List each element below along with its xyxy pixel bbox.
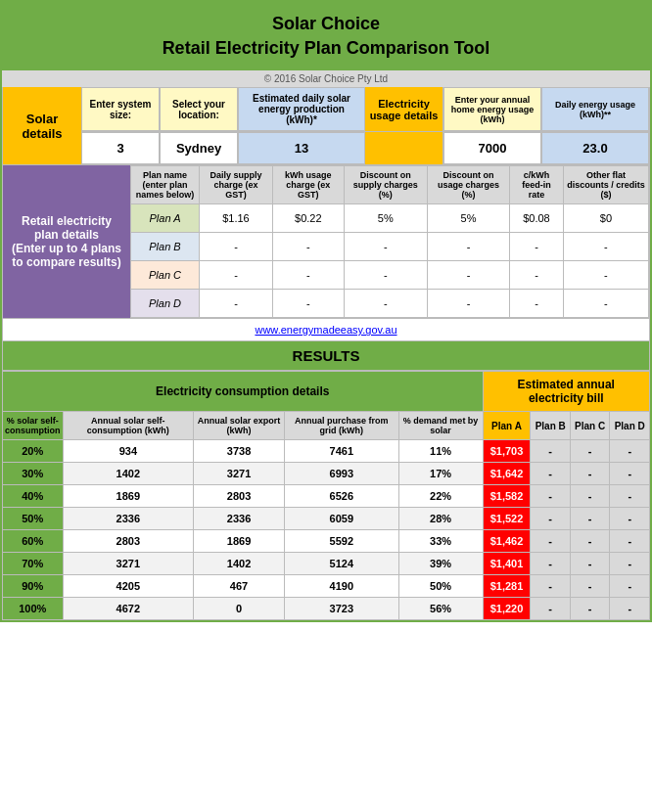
plan-3-discount_usage[interactable]: - (427, 290, 509, 318)
plan-name-1[interactable]: Plan B (131, 233, 200, 261)
result-plan_d: - (610, 530, 650, 553)
energy-link[interactable]: www.energymadeeasy.gov.au (255, 324, 396, 336)
result-pct: 90% (3, 575, 64, 598)
result-plan_c: - (570, 530, 609, 553)
result-plan_c: - (570, 598, 609, 620)
plan-tbody: Plan A$1.16$0.225%5%$0.08$0Plan B------P… (131, 204, 649, 318)
result-plan_d: - (610, 485, 650, 508)
system-size-header: Enter system size: (81, 87, 160, 131)
result-pct_met: 56% (398, 598, 483, 620)
retail-label: Retail electricity plan details (Enter u… (3, 165, 130, 318)
result-plan_d: - (610, 575, 650, 598)
plan-0-feedin[interactable]: $0.08 (510, 204, 564, 233)
plan-2-feedin[interactable]: - (510, 261, 564, 290)
solar-prod-header: Estimated daily solar energy production … (238, 87, 365, 131)
plan-0-discount_supply[interactable]: 5% (344, 204, 427, 233)
th-pct-self: % solar self-consumption (3, 412, 64, 440)
copyright-text: © 2016 Solar Choice Pty Ltd (264, 73, 388, 84)
plan-name-2[interactable]: Plan C (131, 261, 200, 290)
result-annual_purchase: 6059 (284, 508, 398, 530)
result-pct: 30% (3, 463, 64, 485)
th-consumption-header: Electricity consumption details (3, 372, 484, 412)
result-annual_purchase: 5124 (284, 553, 398, 575)
result-plan_d: - (610, 440, 650, 463)
annual-home-header: Enter your annual home energy usage (kWh… (443, 87, 541, 131)
result-pct_met: 39% (398, 553, 483, 575)
results-table-container: Electricity consumption details Estimate… (2, 371, 650, 620)
result-annual_purchase: 6526 (284, 485, 398, 508)
plan-2-discount_supply[interactable]: - (344, 261, 427, 290)
plan-1-kwh_usage[interactable]: - (272, 233, 344, 261)
th-plan-c: Plan C (570, 412, 609, 440)
result-plan-a: $1,462 (483, 530, 531, 553)
result-pct_met: 50% (398, 575, 483, 598)
plan-0-discount_usage[interactable]: 5% (427, 204, 509, 233)
plan-2-daily_supply[interactable]: - (200, 261, 273, 290)
result-annual_export: 1869 (194, 530, 285, 553)
result-plan_b: - (531, 553, 570, 575)
solar-inputs-container: Enter system size: Select your location:… (81, 87, 649, 164)
plan-1-discount_supply[interactable]: - (344, 233, 427, 261)
results-header: RESULTS (2, 341, 650, 371)
result-annual_self: 3271 (63, 553, 194, 575)
plan-1-daily_supply[interactable]: - (200, 233, 273, 261)
system-size-value[interactable]: 3 (81, 132, 160, 164)
result-plan-a: $1,703 (483, 440, 531, 463)
th-plan-a: Plan A (483, 412, 531, 440)
plan-3-other_flat[interactable]: - (563, 290, 648, 318)
plan-3-feedin[interactable]: - (510, 290, 564, 318)
result-annual_purchase: 6993 (284, 463, 398, 485)
result-annual_export: 2336 (194, 508, 285, 530)
result-annual_export: 467 (194, 575, 285, 598)
result-pct_met: 33% (398, 530, 483, 553)
th-plan-name: Plan name (enter plan names below) (131, 166, 200, 204)
result-annual_purchase: 5592 (284, 530, 398, 553)
plan-3-daily_supply[interactable]: - (200, 290, 273, 318)
th-pct-met: % demand met by solar (398, 412, 483, 440)
result-annual_self: 2803 (63, 530, 194, 553)
result-annual_export: 2803 (194, 485, 285, 508)
solar-headers-row: Enter system size: Select your location:… (81, 87, 649, 132)
result-plan-a: $1,642 (483, 463, 531, 485)
result-plan_b: - (531, 440, 570, 463)
daily-usage-value: 23.0 (541, 132, 649, 164)
plan-0-kwh_usage[interactable]: $0.22 (272, 204, 344, 233)
result-pct: 20% (3, 440, 64, 463)
result-pct_met: 11% (398, 440, 483, 463)
solar-prod-value: 13 (238, 132, 365, 164)
result-annual_self: 1402 (63, 463, 194, 485)
plan-name-0[interactable]: Plan A (131, 204, 200, 233)
electricity-usage-label: Electricity usage details (365, 87, 443, 131)
th-kwh-usage: kWh usage charge (ex GST) (272, 166, 344, 204)
result-annual_export: 3738 (194, 440, 285, 463)
link-bar: www.energymadeeasy.gov.au (2, 319, 650, 341)
result-plan_c: - (570, 508, 609, 530)
plan-table: Plan name (enter plan names below) Daily… (130, 165, 649, 318)
plan-2-other_flat[interactable]: - (563, 261, 648, 290)
th-discount-supply: Discount on supply charges (%) (344, 166, 427, 204)
result-annual_export: 0 (194, 598, 285, 620)
result-pct_met: 22% (398, 485, 483, 508)
plan-2-discount_usage[interactable]: - (427, 261, 509, 290)
result-plan_c: - (570, 485, 609, 508)
plan-name-3[interactable]: Plan D (131, 290, 200, 318)
plan-3-kwh_usage[interactable]: - (272, 290, 344, 318)
plan-2-kwh_usage[interactable]: - (272, 261, 344, 290)
solar-values-row: 3 Sydney 13 7000 23.0 (81, 132, 649, 164)
annual-home-value[interactable]: 7000 (443, 132, 541, 164)
plan-1-feedin[interactable]: - (510, 233, 564, 261)
result-annual_self: 2336 (63, 508, 194, 530)
result-pct: 100% (3, 598, 64, 620)
result-annual_self: 4672 (63, 598, 194, 620)
th-daily-supply: Daily supply charge (ex GST) (200, 166, 273, 204)
solar-details-section: Solar details Enter system size: Select … (2, 87, 650, 165)
result-annual_export: 1402 (194, 553, 285, 575)
plan-3-discount_supply[interactable]: - (344, 290, 427, 318)
plan-0-other_flat[interactable]: $0 (563, 204, 648, 233)
daily-usage-header: Daily energy usage (kWh)** (541, 87, 649, 131)
th-plan-d: Plan D (610, 412, 650, 440)
plan-1-other_flat[interactable]: - (563, 233, 648, 261)
location-value[interactable]: Sydney (160, 132, 238, 164)
plan-1-discount_usage[interactable]: - (427, 233, 509, 261)
plan-0-daily_supply[interactable]: $1.16 (200, 204, 273, 233)
